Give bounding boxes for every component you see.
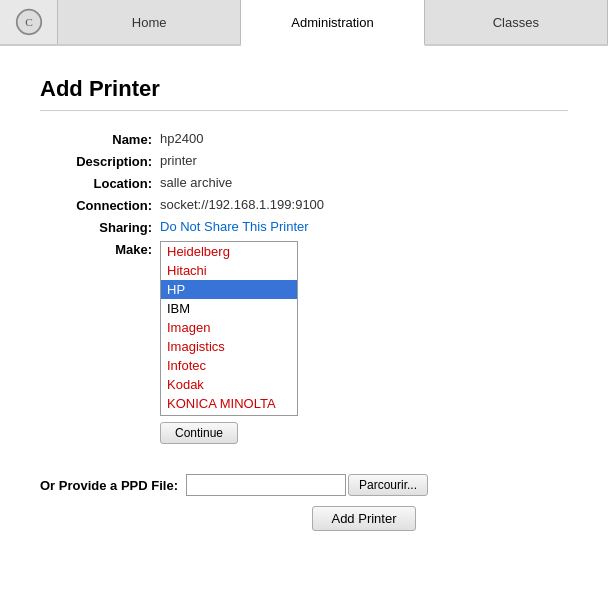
tab-administration[interactable]: Administration [241,0,424,46]
location-value: salle archive [160,175,232,190]
make-label: Make: [40,241,160,257]
name-label: Name: [40,131,160,147]
add-printer-section: Add Printer [40,506,568,531]
list-item[interactable]: Kyocera [161,413,297,416]
sharing-label: Sharing: [40,219,160,235]
list-item[interactable]: KONICA MINOLTA [161,394,297,413]
ppd-label: Or Provide a PPD File: [40,478,178,493]
name-value: hp2400 [160,131,203,146]
svg-text:C: C [25,16,33,28]
tab-classes[interactable]: Classes [425,0,608,44]
list-item[interactable]: Imagen [161,318,297,337]
sharing-row: Sharing: Do Not Share This Printer [40,219,568,235]
tab-home[interactable]: Home [58,0,241,44]
printer-form: Name: hp2400 Description: printer Locati… [40,131,568,444]
sharing-value: Do Not Share This Printer [160,219,309,234]
connection-value: socket://192.168.1.199:9100 [160,197,324,212]
top-navigation: C Home Administration Classes [0,0,608,46]
list-item[interactable]: IBM [161,299,297,318]
connection-label: Connection: [40,197,160,213]
description-label: Description: [40,153,160,169]
list-item[interactable]: Hitachi [161,261,297,280]
list-item[interactable]: Kodak [161,375,297,394]
ppd-section: Or Provide a PPD File: Parcourir... [40,474,568,496]
main-content: Add Printer Name: hp2400 Description: pr… [0,46,608,561]
ppd-browse-button[interactable]: Parcourir... [348,474,428,496]
continue-button[interactable]: Continue [160,422,238,444]
list-item[interactable]: Heidelberg [161,242,297,261]
list-item[interactable]: Imagistics [161,337,297,356]
page-title: Add Printer [40,76,568,111]
logo: C [0,0,58,44]
name-row: Name: hp2400 [40,131,568,147]
connection-row: Connection: socket://192.168.1.199:9100 [40,197,568,213]
description-value: printer [160,153,197,168]
list-item[interactable]: HP [161,280,297,299]
add-printer-button[interactable]: Add Printer [312,506,415,531]
make-row: Make: Heidelberg Hitachi HP IBM Imagen I… [40,241,568,444]
ppd-input[interactable] [186,474,346,496]
location-label: Location: [40,175,160,191]
list-item[interactable]: Infotec [161,356,297,375]
location-row: Location: salle archive [40,175,568,191]
make-select-container: Heidelberg Hitachi HP IBM Imagen Imagist… [160,241,298,444]
description-row: Description: printer [40,153,568,169]
make-listbox[interactable]: Heidelberg Hitachi HP IBM Imagen Imagist… [160,241,298,416]
